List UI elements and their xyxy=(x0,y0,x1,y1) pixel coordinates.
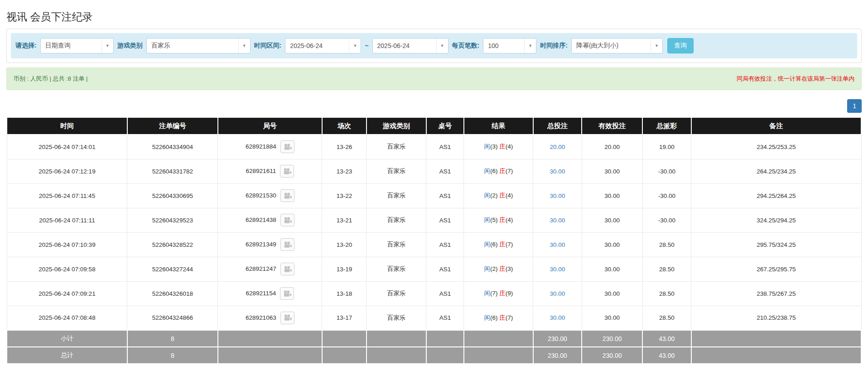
query-type-select[interactable]: 日期查询 ▼ xyxy=(40,38,114,53)
table-header-row: 时间注单编号局号场次游戏类别桌号结果总投注有效投注总派彩备注 xyxy=(7,117,861,135)
summary-count: 8 xyxy=(127,330,218,347)
video-camera-icon xyxy=(283,265,292,273)
page-size-label: 每页笔数: xyxy=(452,42,480,50)
summary-empty-round xyxy=(218,347,322,364)
round-cell: 628921884 xyxy=(218,135,322,159)
total-bet-link[interactable]: 30.00 xyxy=(550,168,565,175)
total-bet-link[interactable]: 30.00 xyxy=(550,217,565,224)
result-banker-label: 庄 xyxy=(499,314,506,321)
bet-id: 522604329523 xyxy=(127,208,218,232)
result-cell: 闲(5) 庄(4) xyxy=(464,208,533,232)
session-no: 13-20 xyxy=(322,232,366,257)
video-replay-button[interactable] xyxy=(280,140,294,153)
page-size-select[interactable]: 100 ▼ xyxy=(483,38,536,53)
round-cell: 628921154 xyxy=(218,281,322,306)
total-bet-cell: 30.00 xyxy=(533,159,582,183)
game-type-select[interactable]: 百家乐 ▼ xyxy=(146,38,251,53)
table-no: AS1 xyxy=(426,281,464,306)
bet-time: 2025-06-24 07:10:39 xyxy=(7,232,127,257)
sort-order-value: 降幂(由大到小) xyxy=(572,42,618,50)
result-player-value: (6) xyxy=(490,241,498,248)
search-button[interactable]: 查询 xyxy=(667,38,694,53)
video-replay-button[interactable] xyxy=(280,287,294,300)
table-row: 2025-06-24 07:11:11522604329523628921438… xyxy=(7,208,861,232)
result-player-label: 闲 xyxy=(484,216,490,223)
video-camera-icon xyxy=(283,192,292,200)
summary-empty-game xyxy=(366,330,426,347)
summary-total-bet: 230.00 xyxy=(533,347,582,364)
note: 238.75/267.25 xyxy=(691,281,861,306)
summary-valid-bet: 230.00 xyxy=(582,330,642,347)
page-title: 视讯 会员下注纪录 xyxy=(6,10,862,24)
total-bet-link[interactable]: 30.00 xyxy=(550,266,565,273)
video-replay-button[interactable] xyxy=(280,214,294,226)
video-replay-button[interactable] xyxy=(280,165,294,178)
total-bet-link[interactable]: 20.00 xyxy=(550,144,565,150)
game-type: 百家乐 xyxy=(366,183,426,208)
column-header: 结果 xyxy=(464,117,533,135)
result-player-label: 闲 xyxy=(484,241,490,248)
game-type: 百家乐 xyxy=(366,159,426,183)
result-player-value: (2) xyxy=(490,265,498,272)
round-id: 628921530 xyxy=(246,192,276,199)
valid-bet: 30.00 xyxy=(582,208,642,232)
date-from-select[interactable]: 2025-06-24 ▼ xyxy=(285,38,361,53)
bet-time: 2025-06-24 07:09:21 xyxy=(7,281,127,306)
payout: 28.50 xyxy=(642,257,691,281)
game-type-value: 百家乐 xyxy=(147,42,170,50)
video-replay-button[interactable] xyxy=(280,189,294,202)
summary-notice: 同局有效投注，统一计算在该局第一张注单内 xyxy=(737,75,854,83)
total-bet-link[interactable]: 30.00 xyxy=(550,314,565,321)
table-no: AS1 xyxy=(426,208,464,232)
round-cell: 628921247 xyxy=(218,257,322,281)
chevron-down-icon: ▼ xyxy=(524,38,536,53)
session-no: 13-19 xyxy=(322,257,366,281)
valid-bet: 30.00 xyxy=(582,232,642,257)
summary-payout: 43.00 xyxy=(642,330,691,347)
summary-empty-session xyxy=(322,347,366,364)
round-id: 628921247 xyxy=(246,265,276,272)
total-bet-cell: 30.00 xyxy=(533,281,582,306)
sort-order-label: 时间排序: xyxy=(540,42,568,50)
column-header: 注单编号 xyxy=(127,117,218,135)
total-bet-cell: 30.00 xyxy=(533,208,582,232)
result-cell: 闲(2) 庄(4) xyxy=(464,183,533,208)
table-no: AS1 xyxy=(426,232,464,257)
date-range-separator: ~ xyxy=(365,42,368,49)
summary-label: 小计 xyxy=(7,330,127,347)
summary-empty-result xyxy=(464,330,533,347)
table-row: 2025-06-24 07:11:45522604330695628921530… xyxy=(7,183,861,208)
total-bet-cell: 30.00 xyxy=(533,257,582,281)
video-replay-button[interactable] xyxy=(280,312,294,324)
betting-records-table: 时间注单编号局号场次游戏类别桌号结果总投注有效投注总派彩备注 2025-06-2… xyxy=(6,117,862,364)
result-banker-label: 庄 xyxy=(499,241,506,248)
note: 210.25/238.75 xyxy=(691,306,861,330)
result-banker-value: (7) xyxy=(506,314,513,321)
total-bet-cell: 30.00 xyxy=(533,306,582,330)
result-player-label: 闲 xyxy=(484,290,490,297)
result-banker-value: (3) xyxy=(506,265,513,272)
video-replay-button[interactable] xyxy=(280,263,294,275)
summary-empty-table xyxy=(426,330,464,347)
total-bet-link[interactable]: 30.00 xyxy=(550,290,565,297)
summary-valid-bet: 230.00 xyxy=(582,347,642,364)
result-banker-label: 庄 xyxy=(499,192,506,199)
page-root: 视讯 会员下注纪录 请选择: 日期查询 ▼ 游戏类别 百家乐 ▼ 时间区间: 2… xyxy=(0,0,868,373)
result-cell: 闲(6) 庄(7) xyxy=(464,306,533,330)
date-to-select[interactable]: 2025-06-24 ▼ xyxy=(372,38,448,53)
total-bet-cell: 20.00 xyxy=(533,135,582,159)
column-header: 总派彩 xyxy=(642,117,691,135)
total-bet-link[interactable]: 30.00 xyxy=(550,192,565,199)
total-bet-link[interactable]: 30.00 xyxy=(550,241,565,248)
result-player-label: 闲 xyxy=(484,143,490,150)
session-no: 13-17 xyxy=(322,306,366,330)
valid-bet: 30.00 xyxy=(582,306,642,330)
video-replay-button[interactable] xyxy=(280,238,294,251)
round-cell: 628921349 xyxy=(218,232,322,257)
page-1-button[interactable]: 1 xyxy=(847,99,862,113)
payout: 28.50 xyxy=(642,232,691,257)
sort-order-select[interactable]: 降幂(由大到小) ▼ xyxy=(571,38,663,53)
result-player-value: (6) xyxy=(490,314,498,321)
summary-currency-total: 币别 : 人民币 | 总共 :8 注单 | xyxy=(14,75,88,83)
result-player-label: 闲 xyxy=(484,265,490,272)
